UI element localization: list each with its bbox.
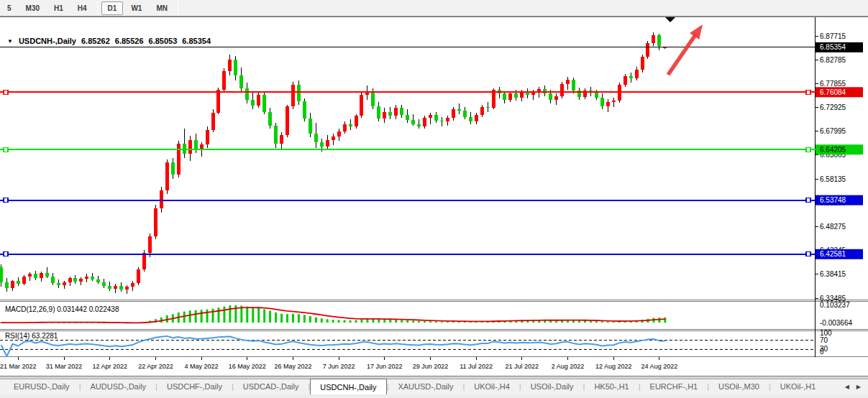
price-axis-label: 6.87715 (820, 32, 846, 40)
timeframe-button-w1[interactable]: W1 (124, 1, 148, 15)
candle (280, 135, 283, 143)
candle (108, 286, 111, 289)
macd-histogram-bar (441, 322, 443, 323)
date-axis-label: 12 Aug 2022 (595, 363, 632, 370)
candle (171, 162, 175, 175)
tab-ukoil-h1[interactable]: UKOil-,H1 (771, 379, 826, 394)
macd-histogram-bar (321, 318, 323, 323)
timeframe-button-mn[interactable]: MN (150, 1, 174, 15)
tabs-scroll-left-icon[interactable]: ◀ (845, 384, 849, 390)
candle (572, 80, 575, 91)
price-axis-label: 6.72925 (820, 103, 846, 111)
macd-histogram-bar (229, 305, 231, 323)
candle (0, 267, 3, 282)
timeframe-button-h1[interactable]: H1 (47, 1, 70, 15)
candle (222, 71, 226, 91)
trend-arrow-annotation (668, 34, 696, 75)
candle (268, 112, 272, 126)
candle (239, 75, 243, 88)
macd-histogram-bar (360, 320, 362, 323)
hline-marker (806, 252, 810, 256)
macd-histogram-bar (257, 308, 260, 323)
tab-usdcnh-daily[interactable]: USDCNH-,Daily (310, 379, 386, 394)
candle (5, 282, 9, 288)
date-axis-label: 2 Aug 2022 (552, 363, 585, 370)
status-strip (0, 394, 868, 398)
candle (79, 279, 83, 282)
macd-histogram-bar (613, 322, 615, 323)
price-axis: 6.877156.827856.778556.729256.679956.630… (816, 32, 864, 302)
price-axis-label: 6.82785 (820, 56, 846, 64)
tabs-scroll-right-icon[interactable]: ▶ (856, 384, 861, 390)
candle (463, 111, 467, 116)
macd-histogram-bar (350, 320, 352, 323)
candle (400, 108, 403, 115)
candle (303, 101, 306, 119)
macd-histogram-bar (252, 307, 254, 323)
candle (11, 281, 14, 287)
macd-histogram-bar (378, 319, 380, 323)
tab-ukoil-h4[interactable]: UKOil-,H4 (465, 379, 519, 394)
candle (514, 93, 518, 97)
candle (234, 60, 237, 75)
rsi-axis-label: 0 (820, 348, 824, 356)
candle (34, 274, 37, 277)
tab-eurchf-h1[interactable]: EURCHF-,H1 (641, 379, 708, 394)
candle (503, 93, 506, 100)
mt4-terminal: 5M30H1H4D1W1MN ▼ USDCNH-,Daily 6.85262 6… (0, 0, 868, 398)
date-axis-label: 22 Apr 2022 (138, 363, 173, 370)
candle (371, 92, 375, 106)
timeframe-button-h4[interactable]: H4 (71, 1, 93, 15)
timeframe-button-m30[interactable]: M30 (19, 1, 46, 15)
tab-usdcad-daily[interactable]: USDCAD-,Daily (234, 379, 309, 394)
tab-xauusd-daily[interactable]: XAUUSD-,Daily (388, 379, 462, 394)
tab-usdchf-daily[interactable]: USDCHF-,Daily (157, 379, 232, 394)
macd-histogram-bar (401, 320, 403, 323)
macd-histogram-bar (275, 313, 277, 323)
macd-histogram-bar (280, 314, 283, 323)
tab-hk50-h1[interactable]: HK50-,H1 (585, 379, 638, 394)
macd-histogram-bar (447, 322, 449, 323)
candle (388, 112, 392, 116)
hline-marker (4, 147, 8, 152)
candle (480, 107, 484, 115)
timeframe-button-5[interactable]: 5 (1, 1, 18, 15)
tab-usoil-m30[interactable]: USOil-,M30 (709, 379, 769, 394)
macd-histogram-bar (338, 320, 340, 323)
candle (183, 144, 186, 154)
tab-audusd-daily[interactable]: AUDUSD-,Daily (81, 379, 155, 394)
candle (91, 277, 94, 279)
macd-histogram-bar (355, 320, 357, 323)
candle (274, 126, 278, 144)
symbol-tabbar: EURUSD-,Daily|AUDUSD-,Daily|USDCHF-,Dail… (0, 379, 868, 394)
macd-histogram-bar (246, 307, 248, 323)
tab-usoil-daily[interactable]: USOil-,Daily (521, 379, 583, 394)
macd-histogram-bar (607, 322, 609, 323)
candle (434, 115, 438, 120)
candle (383, 112, 386, 119)
candle (377, 106, 380, 119)
date-axis-label: 17 Jun 2022 (367, 363, 403, 370)
macd-histogram-bar (383, 320, 385, 323)
candle (297, 85, 301, 101)
price-axis-label: 6.58135 (820, 175, 846, 183)
candle (566, 80, 570, 83)
candle (600, 98, 604, 107)
candle (337, 131, 341, 136)
hline-marker (4, 90, 8, 94)
candle (63, 282, 66, 285)
candle (326, 140, 329, 147)
macd-panel: MACD(12,26,9) 0.031442 0.0224380.103237-… (0, 301, 852, 327)
chart-canvas[interactable]: 6.877156.827856.778556.729256.679956.630… (0, 0, 868, 398)
date-axis-label: 12 Apr 2022 (92, 363, 127, 370)
candle (612, 101, 616, 101)
candle (216, 90, 220, 113)
timeframe-button-d1[interactable]: D1 (101, 1, 124, 15)
tab-eurusd-daily[interactable]: EURUSD-,Daily (4, 379, 79, 394)
date-axis-label: 21 Mar 2022 (0, 363, 37, 370)
candle (469, 117, 472, 122)
candle (606, 102, 610, 107)
macd-histogram-bar (424, 321, 426, 323)
date-axis-label: 7 Jun 2022 (323, 363, 355, 370)
horizontal-lines (0, 47, 816, 256)
